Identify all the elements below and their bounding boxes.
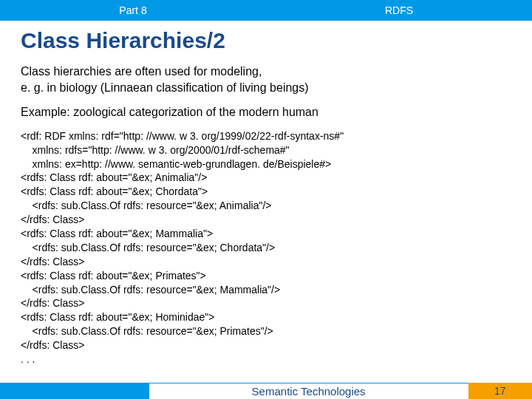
intro-paragraph: Class hierarchies are often used for mod… [21,64,511,95]
footer-accent-bar [0,383,149,399]
footer-course-title: Semantic Technologies [149,383,468,399]
page-number: 17 [468,383,532,399]
header-part-label: Part 8 [0,4,266,16]
slide-title: Class Hierarchies/2 [21,28,511,53]
header-topic-label: RDFS [266,4,532,16]
example-paragraph: Example: zoological categorization of th… [21,104,511,120]
slide-header: Part 8 RDFS [0,0,532,21]
rdf-code-block: <rdf: RDF xmlns: rdf="http: //www. w 3. … [21,129,511,366]
slide-footer: Semantic Technologies 17 [0,383,532,399]
slide-content: Class Hierarchies/2 Class hierarchies ar… [0,21,532,366]
